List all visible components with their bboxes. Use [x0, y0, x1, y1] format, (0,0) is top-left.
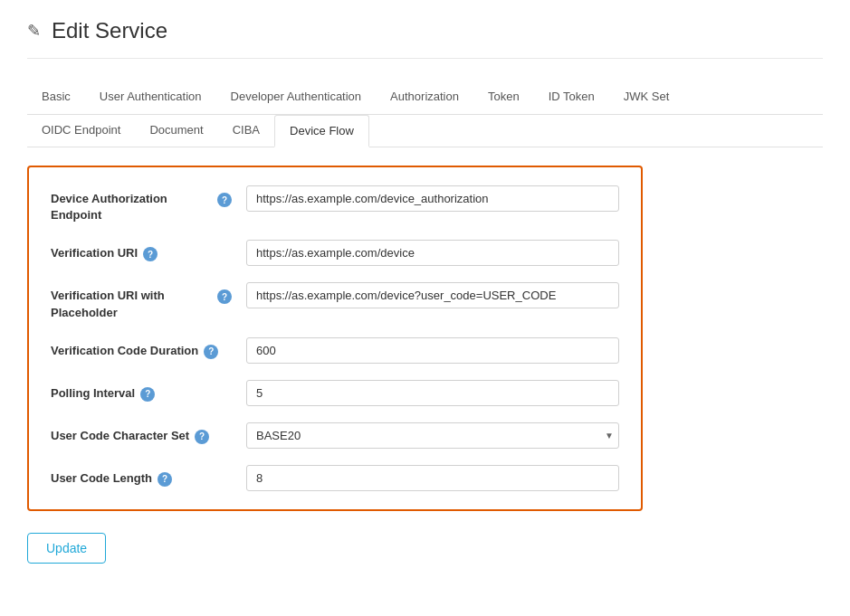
label-device-auth-endpoint: Device Authorization Endpoint [51, 191, 212, 223]
label-group-verification-uri: Verification URI ? [51, 240, 232, 261]
form-row-verification-uri: Verification URI ? [51, 240, 619, 266]
tab-document[interactable]: Document [135, 115, 217, 147]
label-group-user-code-length: User Code Length ? [51, 465, 232, 487]
input-wrap-user-code-length [246, 465, 619, 491]
form-row-verification-code-duration: Verification Code Duration ? [51, 337, 619, 364]
label-group-verification-code-duration: Verification Code Duration ? [51, 337, 232, 359]
tab-user-authentication[interactable]: User Authentication [85, 81, 216, 114]
edit-icon: ✎ [27, 21, 41, 41]
tab-basic[interactable]: Basic [27, 81, 85, 114]
label-verification-uri: Verification URI [51, 245, 138, 261]
label-verification-uri-placeholder: Verification URI with Placeholder [51, 288, 212, 320]
tab-oidc-endpoint[interactable]: OIDC Endpoint [27, 115, 135, 147]
help-icon-verification-uri[interactable]: ? [143, 247, 158, 261]
tab-ciba[interactable]: CIBA [218, 115, 274, 147]
page-header: ✎ Edit Service [27, 18, 823, 59]
page-title: Edit Service [52, 18, 167, 43]
form-row-device-auth-endpoint: Device Authorization Endpoint ? [51, 185, 619, 223]
label-polling-interval: Polling Interval [51, 385, 135, 402]
form-row-user-code-length: User Code Length ? [51, 465, 619, 491]
input-wrap-verification-uri [246, 240, 619, 266]
tab-authorization[interactable]: Authorization [376, 81, 473, 114]
user-code-length-input[interactable] [246, 465, 619, 491]
help-icon-user-code-length[interactable]: ? [158, 472, 172, 487]
help-icon-verification-code-duration[interactable]: ? [204, 345, 218, 359]
device-auth-endpoint-input[interactable] [246, 185, 619, 212]
help-icon-verification-uri-placeholder[interactable]: ? [217, 289, 232, 304]
label-user-code-length: User Code Length [51, 470, 152, 487]
help-icon-user-code-character-set[interactable]: ? [195, 430, 209, 444]
label-verification-code-duration: Verification Code Duration [51, 343, 198, 359]
label-group-polling-interval: Polling Interval ? [51, 380, 232, 402]
help-icon-polling-interval[interactable]: ? [140, 387, 155, 402]
sub-tabs: OIDC Endpoint Document CIBA Device Flow [27, 115, 823, 147]
tab-jwk-set[interactable]: JWK Set [609, 81, 684, 114]
form-row-user-code-character-set: User Code Character Set ? BASE20 NUMERIC… [51, 422, 619, 449]
input-wrap-verification-code-duration [246, 337, 619, 364]
tab-token[interactable]: Token [473, 81, 534, 114]
tab-developer-authentication[interactable]: Developer Authentication [216, 81, 377, 114]
input-wrap-verification-uri-placeholder [246, 282, 619, 308]
input-wrap-polling-interval [246, 380, 619, 406]
select-wrap-user-code-character-set: BASE20 NUMERIC ALPHA ▼ [246, 422, 619, 449]
user-code-character-set-select[interactable]: BASE20 NUMERIC ALPHA [246, 422, 619, 449]
label-group-user-code-character-set: User Code Character Set ? [51, 422, 232, 444]
help-icon-device-auth-endpoint[interactable]: ? [217, 193, 232, 207]
label-group-device-auth-endpoint: Device Authorization Endpoint ? [51, 185, 232, 223]
form-row-verification-uri-placeholder: Verification URI with Placeholder ? [51, 282, 619, 320]
tab-device-flow[interactable]: Device Flow [274, 115, 369, 147]
update-button[interactable]: Update [27, 533, 106, 564]
label-user-code-character-set: User Code Character Set [51, 428, 189, 444]
device-flow-form: Device Authorization Endpoint ? Verifica… [27, 166, 643, 511]
verification-uri-placeholder-input[interactable] [246, 282, 619, 308]
input-wrap-device-auth-endpoint [246, 185, 619, 212]
verification-uri-input[interactable] [246, 240, 619, 266]
polling-interval-input[interactable] [246, 380, 619, 406]
tab-id-token[interactable]: ID Token [534, 81, 609, 114]
verification-code-duration-input[interactable] [246, 337, 619, 364]
main-tabs: Basic User Authentication Developer Auth… [27, 81, 823, 115]
label-group-verification-uri-placeholder: Verification URI with Placeholder ? [51, 282, 232, 320]
form-row-polling-interval: Polling Interval ? [51, 380, 619, 406]
